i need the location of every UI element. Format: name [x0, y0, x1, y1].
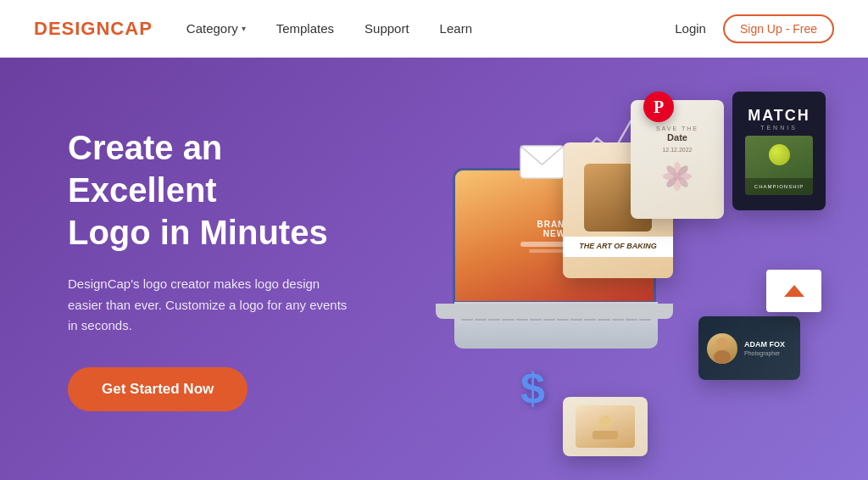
nav-right: Login Sign Up - Free [675, 14, 834, 43]
hero-description: DesignCap's logo creator makes logo desi… [68, 274, 348, 337]
signup-button[interactable]: Sign Up - Free [723, 14, 834, 43]
savedate-sub: SAVE THE [656, 126, 698, 131]
brand-name-part2: CAP [110, 18, 152, 39]
email-icon [519, 144, 565, 183]
hero-content: Create an Excellent Logo in Minutes Desi… [0, 126, 364, 411]
nav-learn[interactable]: Learn [440, 21, 472, 36]
savedate-title: Date [667, 131, 687, 143]
laptop-base [436, 304, 673, 319]
brand-logo[interactable]: DESIGNCAP [34, 18, 153, 40]
adamfox-title: Photographer [744, 350, 792, 356]
match-title: MATCH [748, 107, 810, 125]
card-baking-title: THE ART OF BAKING [570, 242, 666, 252]
savedate-date: 12.12.2022 [662, 147, 692, 153]
match-image: CHAMPIONSHIP [745, 136, 813, 195]
login-button[interactable]: Login [675, 21, 706, 36]
nav-category[interactable]: Category ▾ [186, 21, 246, 36]
svg-rect-13 [593, 431, 618, 439]
hero-section: Create an Excellent Logo in Minutes Desi… [0, 58, 868, 480]
svg-point-10 [716, 338, 728, 349]
card-adamfox: ADAM FOX Photographer [698, 316, 800, 380]
svg-point-12 [598, 416, 612, 429]
savedate-floral [652, 159, 703, 193]
card-savedate: SAVE THE Date 12.12.2022 [631, 100, 724, 219]
avatar [707, 333, 737, 364]
match-sub: TENNIS [760, 125, 798, 131]
cta-button[interactable]: Get Started Now [68, 367, 248, 411]
hero-title: Create an Excellent Logo in Minutes [68, 126, 364, 254]
tennis-ball-icon [769, 144, 790, 165]
pinterest-icon: P [643, 92, 674, 122]
card-white-envelope [766, 270, 821, 312]
phone-image [576, 405, 635, 448]
dollar-icon: $ [520, 363, 545, 414]
nav-support[interactable]: Support [364, 21, 409, 36]
adamfox-text: ADAM FOX Photographer [744, 340, 792, 356]
svg-point-11 [714, 350, 731, 364]
card-match: MATCH TENNIS CHAMPIONSHIP [732, 92, 826, 210]
hero-illustration: BRANDNEW $ P [393, 75, 851, 473]
nav-templates[interactable]: Templates [276, 21, 334, 36]
adamfox-name: ADAM FOX [744, 340, 792, 350]
brand-name-part1: DESIGN [34, 18, 110, 39]
navbar: DESIGNCAP Category ▾ Templates Support L… [0, 0, 868, 58]
nav-links: Category ▾ Templates Support Learn [186, 21, 675, 36]
chevron-down-icon: ▾ [242, 24, 246, 33]
envelope-triangle-icon [784, 285, 804, 297]
card-phone [563, 397, 648, 456]
